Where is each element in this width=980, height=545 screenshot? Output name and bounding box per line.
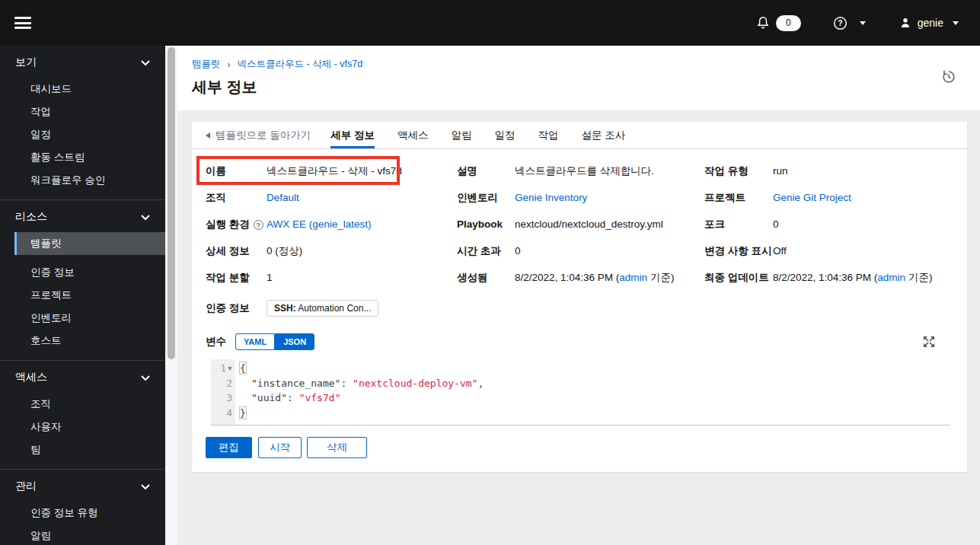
field-label: 인벤토리 <box>457 191 515 205</box>
editor-gutter: 1 2 3 4 <box>211 359 235 425</box>
expand-icon[interactable] <box>923 336 935 348</box>
inventory-link[interactable]: Genie Inventory <box>515 192 587 203</box>
sidebar-section-views-header[interactable]: 보기 <box>0 53 165 72</box>
chevron-down-icon <box>141 484 150 489</box>
help-icon[interactable]: ? <box>254 220 263 230</box>
field-label: 작업 분할 <box>206 271 267 285</box>
action-buttons: 편집 시작 삭제 <box>206 437 953 458</box>
field-label: 조직 <box>206 191 267 205</box>
field-label: 상세 정보 <box>206 244 267 258</box>
page-title: 세부 정보 <box>192 77 980 97</box>
sidebar-section-access-header[interactable]: 액세스 <box>0 368 165 387</box>
organization-link[interactable]: Default <box>267 192 299 203</box>
user-icon <box>899 17 911 29</box>
field-credentials: 인증 정보 SSH: Automation Con... <box>206 294 953 323</box>
chevron-down-icon <box>141 60 150 65</box>
caret-left-icon <box>206 132 210 139</box>
tab-survey[interactable]: 설문 조사 <box>582 122 626 148</box>
chevron-down-icon <box>141 375 150 381</box>
sidebar-item-projects[interactable]: 프로젝트 <box>0 284 165 307</box>
field-description: 설명 넥스트클라우드를 삭제합니다. <box>457 158 704 184</box>
yaml-toggle-button[interactable]: YAML <box>235 333 275 350</box>
bell-icon[interactable] <box>756 16 770 30</box>
sidebar-section-administration: 관리 인증 정보 유형 알림 <box>0 469 165 545</box>
field-job-slicing: 작업 분할 1 <box>206 264 457 291</box>
sidebar-item-dashboard[interactable]: 대시보드 <box>0 78 165 100</box>
notifications-group[interactable]: 0 <box>756 15 801 31</box>
field-show-changes: 변경 사항 표시 Off <box>704 237 953 264</box>
sidebar-item-notifications[interactable]: 알림 <box>0 524 165 545</box>
sidebar-item-users[interactable]: 사용자 <box>0 416 165 438</box>
execution-environment-link[interactable]: AWX EE (genie_latest) <box>267 218 372 230</box>
edit-button[interactable]: 편집 <box>206 437 252 458</box>
username-label: genie <box>918 17 943 29</box>
delete-button[interactable]: 삭제 <box>307 437 367 458</box>
breadcrumb-templates-link[interactable]: 템플릿 <box>192 58 221 71</box>
sidebar-section-administration-header[interactable]: 관리 <box>0 477 165 496</box>
svg-text:?: ? <box>838 18 842 27</box>
field-label: 프로젝트 <box>704 191 773 205</box>
field-verbosity: 상세 정보 0 (정상) <box>206 237 457 264</box>
fold-caret-icon[interactable] <box>228 367 232 371</box>
tab-schedules[interactable]: 일정 <box>495 122 516 148</box>
field-label: 이름 <box>206 164 267 178</box>
line-number: 4 <box>211 406 232 421</box>
variables-editor[interactable]: 1 2 3 4 { "instance_name": "nextcloud-de… <box>211 359 950 425</box>
sidebar-section-resources-header[interactable]: 리소스 <box>0 208 165 226</box>
sidebar-item-credential-types[interactable]: 인증 정보 유형 <box>0 502 165 524</box>
page-header: 템플릿 › 넥스트클라우드 - 삭제 - vfs7d 세부 정보 <box>177 46 980 110</box>
field-project: 프로젝트 Genie Git Project <box>704 184 953 211</box>
user-menu[interactable]: genie <box>899 17 959 29</box>
sidebar-item-hosts[interactable]: 호스트 <box>0 330 165 352</box>
help-icon[interactable]: ? <box>833 16 848 30</box>
admin-user-link[interactable]: admin <box>877 272 905 283</box>
project-link[interactable]: Genie Git Project <box>773 192 851 203</box>
field-label: 인증 정보 <box>206 301 267 315</box>
admin-user-link[interactable]: admin <box>619 272 647 283</box>
hamburger-menu-icon[interactable] <box>14 17 31 29</box>
field-name: 이름 넥스트클라우드 - 삭제 - vfs7d <box>206 158 457 184</box>
tab-access[interactable]: 액세스 <box>397 122 429 148</box>
line-number: 3 <box>211 390 232 406</box>
tab-notifications[interactable]: 알림 <box>452 122 472 148</box>
tab-jobs[interactable]: 작업 <box>538 122 559 148</box>
notification-count-badge[interactable]: 0 <box>776 15 801 31</box>
field-label: Playbook <box>457 218 515 230</box>
history-icon[interactable] <box>941 69 956 84</box>
field-inventory: 인벤토리 Genie Inventory <box>457 184 704 211</box>
sidebar-scrollbar[interactable] <box>165 46 177 545</box>
details-panel: 이름 넥스트클라우드 - 삭제 - vfs7d 조직 Default 실행 환경… <box>192 149 967 472</box>
sidebar-item-templates[interactable]: 템플릿 <box>14 232 165 255</box>
sidebar-item-activity-stream[interactable]: 활동 스트림 <box>0 146 165 169</box>
field-label: 실행 환경? <box>206 218 267 231</box>
launch-button[interactable]: 시작 <box>258 437 302 458</box>
field-last-updated: 최종 업데이트 8/2/2022, 1:04:36 PM (admin 기준) <box>704 264 953 291</box>
scrollbar-thumb[interactable] <box>168 47 175 359</box>
help-menu[interactable]: ? <box>833 16 866 30</box>
template-name-value: 넥스트클라우드 - 삭제 - vfs7d <box>267 164 402 178</box>
breadcrumb-current-link[interactable]: 넥스트클라우드 - 삭제 - vfs7d <box>238 58 363 71</box>
sidebar-item-inventories[interactable]: 인벤토리 <box>0 307 165 330</box>
sidebar-item-workflow-approvals[interactable]: 워크플로우 승인 <box>0 169 165 192</box>
variables-row: 변수 YAML JSON <box>206 333 953 350</box>
field-label: 변경 사항 표시 <box>704 244 773 258</box>
field-created: 생성됨 8/2/2022, 1:04:36 PM (admin 기준) <box>457 264 704 291</box>
sidebar-section-resources: 리소스 템플릿 인증 정보 프로젝트 인벤토리 호스트 <box>0 199 165 360</box>
sidebar-item-schedules[interactable]: 일정 <box>0 123 165 146</box>
credential-chip[interactable]: SSH: Automation Con... <box>267 300 378 317</box>
sidebar-item-organizations[interactable]: 조직 <box>0 393 165 416</box>
field-organization: 조직 Default <box>206 184 457 211</box>
details-card: 템플릿으로 돌아가기 세부 정보 액세스 알림 일정 작업 설문 조사 이름 넥… <box>192 122 967 472</box>
json-toggle-button[interactable]: JSON <box>275 333 314 350</box>
chevron-down-icon <box>860 21 866 25</box>
sidebar-item-jobs[interactable]: 작업 <box>0 100 165 123</box>
tab-details[interactable]: 세부 정보 <box>330 122 375 148</box>
field-execution-environment: 실행 환경? AWX EE (genie_latest) <box>206 211 457 237</box>
sidebar-item-credentials[interactable]: 인증 정보 <box>0 261 165 284</box>
main-content: 템플릿 › 넥스트클라우드 - 삭제 - vfs7d 세부 정보 템플릿으로 돌… <box>177 46 980 545</box>
sidebar-item-teams[interactable]: 팀 <box>0 438 165 461</box>
field-label: 설명 <box>457 164 515 178</box>
back-to-templates-tab[interactable]: 템플릿으로 돌아가기 <box>206 122 311 148</box>
editor-code[interactable]: { "instance_name": "nextcloud-deploy-vm"… <box>235 359 950 425</box>
line-number: 2 <box>211 376 232 391</box>
